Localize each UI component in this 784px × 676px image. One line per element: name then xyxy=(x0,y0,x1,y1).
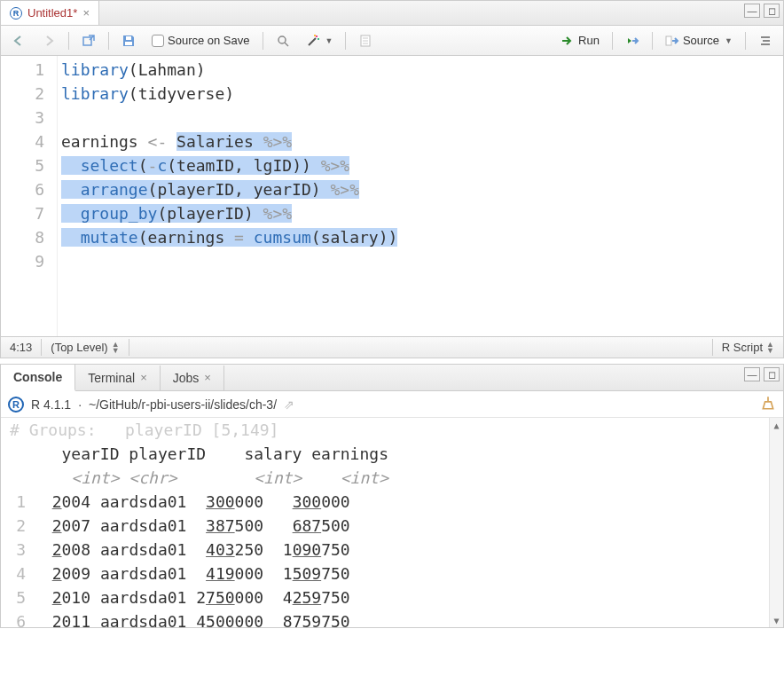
popout-console-icon[interactable]: ⇗ xyxy=(284,397,294,412)
svg-point-3 xyxy=(278,36,286,43)
row-values: 2004 aardsda01 300000 300000 xyxy=(33,490,350,514)
arrow-left-icon xyxy=(12,34,26,48)
row-values: 2008 aardsda01 403250 1090750 xyxy=(33,538,350,562)
scroll-up-arrow[interactable]: ▲ xyxy=(770,418,783,432)
svg-rect-11 xyxy=(666,36,671,45)
table-row: 6 2011 aardsda01 4500000 8759750 xyxy=(8,609,776,627)
svg-point-5 xyxy=(318,38,319,40)
pane-window-controls: — ◻ xyxy=(744,4,780,18)
editor-tab-bar: R Untitled1* × — ◻ xyxy=(1,1,783,26)
row-values: 2010 aardsda01 2750000 4259750 xyxy=(33,586,350,609)
source-button[interactable]: Source ▼ xyxy=(660,31,738,51)
row-number: 1 xyxy=(8,490,33,514)
separator-dot: · xyxy=(78,397,82,412)
working-directory[interactable]: ~/GitHub/r-pbi-users-ii/slides/ch-3/ xyxy=(89,397,277,412)
line-number: 9 xyxy=(4,249,44,273)
code-line[interactable]: group_by(playerID) %>% xyxy=(61,201,780,225)
source-label: Source xyxy=(683,34,719,47)
console-scrollbar[interactable]: ▲ ▼ xyxy=(769,418,783,627)
maximize-pane-button[interactable]: ◻ xyxy=(764,4,780,18)
toolbar-separator xyxy=(652,32,653,50)
line-number: 8 xyxy=(4,225,44,249)
notebook-icon xyxy=(358,34,372,48)
toolbar-separator xyxy=(612,32,613,50)
compile-report-button[interactable] xyxy=(353,31,378,51)
run-button[interactable]: Run xyxy=(555,31,605,51)
editor-status-bar: 4:13 (Top Level) ▲▼ R Script ▲▼ xyxy=(1,336,783,358)
minimize-pane-button[interactable]: — xyxy=(744,367,760,381)
scroll-track[interactable] xyxy=(772,432,781,613)
close-tab-icon[interactable]: × xyxy=(204,371,211,384)
toolbar-separator xyxy=(345,32,346,50)
code-line[interactable] xyxy=(61,106,780,130)
toolbar-separator xyxy=(745,32,746,50)
tab-jobs[interactable]: Jobs × xyxy=(161,366,224,390)
show-in-new-window-button[interactable] xyxy=(76,31,101,51)
scroll-down-arrow[interactable]: ▼ xyxy=(770,613,783,627)
arrow-right-icon xyxy=(42,34,56,48)
line-number-gutter: 123456789 xyxy=(1,56,58,336)
save-button[interactable] xyxy=(116,31,141,51)
row-number: 6 xyxy=(8,609,33,627)
code-editor[interactable]: 123456789 library(Lahman)library(tidyver… xyxy=(1,56,783,336)
tab-terminal[interactable]: Terminal × xyxy=(75,366,161,390)
tab-jobs-label: Jobs xyxy=(173,371,200,385)
code-line[interactable] xyxy=(61,249,780,273)
forward-button[interactable] xyxy=(36,31,61,51)
tab-terminal-label: Terminal xyxy=(88,371,135,385)
svg-rect-1 xyxy=(125,42,132,45)
row-number: 4 xyxy=(8,562,33,586)
table-row: 5 2010 aardsda01 2750000 4259750 xyxy=(8,586,776,609)
file-tab-untitled1[interactable]: R Untitled1* × xyxy=(1,1,99,25)
bottom-tab-bar: Console Terminal × Jobs × — ◻ xyxy=(1,365,783,391)
svg-point-6 xyxy=(314,35,316,36)
outline-button[interactable] xyxy=(753,31,778,51)
row-number: 3 xyxy=(8,538,33,562)
dropdown-icon: ▼ xyxy=(725,36,733,45)
minimize-pane-button[interactable]: — xyxy=(744,4,760,18)
row-values: 2007 aardsda01 387500 687500 xyxy=(33,514,350,538)
toolbar-separator xyxy=(108,32,109,50)
updown-icon: ▲▼ xyxy=(112,342,120,354)
rerun-button[interactable] xyxy=(620,31,645,51)
close-tab-icon[interactable]: × xyxy=(82,6,90,20)
close-tab-icon[interactable]: × xyxy=(140,371,147,384)
back-button[interactable] xyxy=(6,31,31,51)
cursor-position-text: 4:13 xyxy=(10,341,32,354)
table-type-row: <int> <chr> <int> <int> xyxy=(8,466,776,490)
rerun-icon xyxy=(625,34,639,48)
table-header-row: yearID playerID salary earnings xyxy=(8,442,776,466)
popout-icon xyxy=(82,34,96,48)
svg-point-4 xyxy=(316,35,318,37)
dropdown-icon: ▼ xyxy=(325,36,333,45)
code-line[interactable]: select(-c(teamID, lgID)) %>% xyxy=(61,153,780,177)
code-area[interactable]: library(Lahman)library(tidyverse) earnin… xyxy=(58,56,783,336)
row-values: 2011 aardsda01 4500000 8759750 xyxy=(33,609,350,627)
find-button[interactable] xyxy=(270,31,295,51)
code-line[interactable]: library(Lahman) xyxy=(61,58,780,82)
code-line[interactable]: earnings <- Salaries %>% xyxy=(61,130,780,153)
file-tab-label: Untitled1* xyxy=(27,6,77,20)
code-line[interactable]: library(tidyverse) xyxy=(61,82,780,106)
tab-console[interactable]: Console xyxy=(1,365,75,391)
console-output[interactable]: # Groups: playerID [5,149] yearID player… xyxy=(1,418,783,627)
source-arrow-icon xyxy=(665,34,679,48)
code-line[interactable]: mutate(earnings = cumsum(salary)) xyxy=(61,225,780,249)
line-number: 7 xyxy=(4,201,44,225)
language-label: R Script xyxy=(722,341,763,354)
code-tools-button[interactable]: ▼ xyxy=(301,31,339,51)
updown-icon: ▲▼ xyxy=(766,342,774,354)
source-on-save-toggle[interactable]: Source on Save xyxy=(146,31,255,50)
table-row: 4 2009 aardsda01 419000 1509750 xyxy=(8,562,776,586)
language-selector[interactable]: R Script ▲▼ xyxy=(712,339,783,356)
checkbox-icon xyxy=(152,35,164,47)
source-pane: R Untitled1* × — ◻ Source on Save xyxy=(0,0,784,358)
scope-selector[interactable]: (Top Level) ▲▼ xyxy=(42,339,129,356)
table-row: 3 2008 aardsda01 403250 1090750 xyxy=(8,538,776,562)
svg-rect-2 xyxy=(126,36,131,40)
line-number: 2 xyxy=(4,82,44,106)
clear-console-icon[interactable] xyxy=(760,395,776,414)
r-logo-icon: R xyxy=(8,397,24,413)
maximize-pane-button[interactable]: ◻ xyxy=(764,367,780,381)
code-line[interactable]: arrange(playerID, yearID) %>% xyxy=(61,177,780,201)
